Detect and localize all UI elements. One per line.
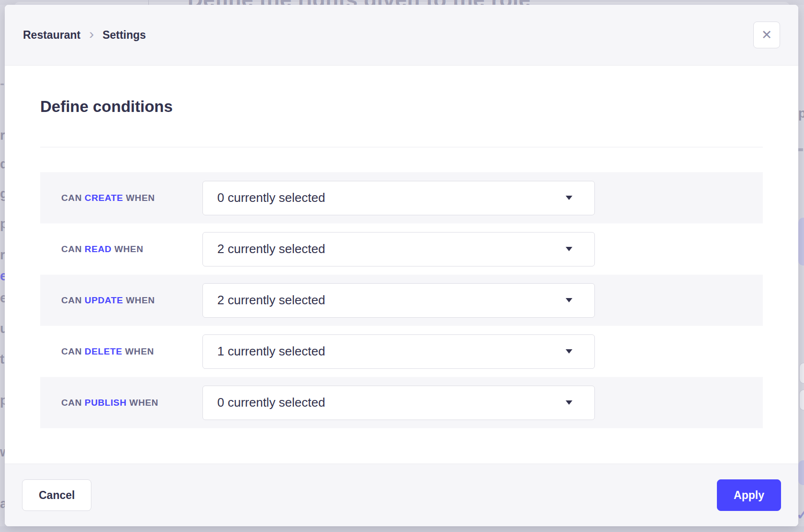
chevron-right-icon: ›	[89, 27, 94, 43]
background-text-fragment: er	[0, 291, 5, 306]
caret-down-icon	[566, 298, 572, 302]
background-list-icon	[798, 148, 803, 151]
apply-button[interactable]: Apply	[717, 479, 781, 511]
label-suffix: WHEN	[125, 346, 154, 356]
conditions-table: CAN CREATE WHEN 0 currently selected CAN…	[40, 172, 763, 428]
background-text-fragment: -	[0, 77, 4, 91]
background-text-fragment: p	[0, 217, 5, 232]
publish-conditions-select[interactable]: 0 currently selected	[202, 386, 595, 420]
breadcrumb-item-restaurant: Restaurant	[23, 29, 80, 42]
select-value: 0 currently selected	[217, 190, 325, 205]
background-text-fragment: d	[0, 157, 5, 172]
label-action: DELETE	[85, 346, 123, 356]
background-text-fragment: w	[0, 445, 5, 460]
label-action: READ	[85, 244, 112, 254]
background-text-fragment: g	[0, 187, 5, 201]
select-value: 2 currently selected	[217, 242, 325, 256]
background-text-fragment: p	[798, 106, 804, 121]
background-bottom-strip	[0, 526, 804, 532]
background-text-fragment: r	[0, 128, 5, 143]
caret-down-icon	[566, 247, 572, 251]
caret-down-icon	[566, 196, 572, 200]
label-prefix: CAN	[61, 398, 82, 408]
table-row-publish: CAN PUBLISH WHEN 0 currently selected	[40, 377, 763, 428]
label-suffix: WHEN	[114, 244, 143, 254]
settings-modal: Restaurant › Settings ✕ Define condition…	[5, 5, 798, 526]
table-row-read: CAN READ WHEN 2 currently selected	[40, 223, 763, 275]
modal-footer: Cancel Apply	[5, 464, 798, 526]
label-prefix: CAN	[61, 295, 82, 305]
permission-label-publish: CAN PUBLISH WHEN	[40, 398, 202, 408]
background-text-fragment: ai	[0, 497, 5, 511]
background-check-icon: ✓	[798, 506, 804, 523]
background-pill	[799, 389, 804, 410]
breadcrumb: Restaurant › Settings	[23, 27, 146, 43]
select-value: 1 currently selected	[217, 344, 325, 359]
select-value: 2 currently selected	[217, 293, 325, 308]
divider	[40, 147, 763, 147]
table-row-update: CAN UPDATE WHEN 2 currently selected	[40, 275, 763, 326]
background-top-strip: Define the rights given to the role	[0, 0, 804, 5]
label-suffix: WHEN	[126, 193, 155, 203]
background-pill	[799, 363, 804, 384]
label-prefix: CAN	[61, 244, 82, 254]
caret-down-icon	[566, 349, 572, 354]
background-right-strip: p ✓	[798, 5, 804, 526]
page-title: Define conditions	[40, 97, 763, 116]
table-row-create: CAN CREATE WHEN 0 currently selected	[40, 172, 763, 223]
background-text-fragment: p	[0, 393, 5, 408]
modal-header: Restaurant › Settings ✕	[5, 5, 798, 66]
background-text-fragment: ti	[0, 352, 5, 367]
background-text-fragment: r	[0, 248, 5, 263]
update-conditions-select[interactable]: 2 currently selected	[202, 283, 595, 318]
delete-conditions-select[interactable]: 1 currently selected	[202, 334, 595, 369]
cancel-button[interactable]: Cancel	[22, 479, 91, 511]
label-action: UPDATE	[85, 295, 123, 305]
background-left-strip: - r d g p r e er u ti p w ai	[0, 5, 5, 526]
label-action: PUBLISH	[85, 398, 127, 408]
label-suffix: WHEN	[126, 295, 155, 305]
permission-label-read: CAN READ WHEN	[40, 244, 202, 255]
close-icon: ✕	[761, 29, 772, 42]
label-prefix: CAN	[61, 193, 82, 203]
close-button[interactable]: ✕	[753, 22, 780, 48]
background-divider	[148, 0, 149, 5]
background-page-title: Define the rights given to the role	[188, 0, 531, 5]
background-badge	[798, 218, 804, 266]
breadcrumb-item-settings: Settings	[102, 29, 146, 42]
label-prefix: CAN	[61, 346, 82, 356]
background-link-fragment: e	[0, 269, 5, 284]
label-suffix: WHEN	[129, 398, 158, 408]
permission-label-create: CAN CREATE WHEN	[40, 193, 202, 203]
label-action: CREATE	[85, 193, 123, 203]
permission-label-delete: CAN DELETE WHEN	[40, 346, 202, 357]
table-row-delete: CAN DELETE WHEN 1 currently selected	[40, 326, 763, 377]
caret-down-icon	[566, 400, 572, 405]
permission-label-update: CAN UPDATE WHEN	[40, 295, 202, 306]
select-value: 0 currently selected	[217, 395, 325, 410]
create-conditions-select[interactable]: 0 currently selected	[202, 181, 595, 215]
modal-body: Define conditions CAN CREATE WHEN 0 curr…	[5, 66, 798, 464]
read-conditions-select[interactable]: 2 currently selected	[202, 232, 595, 266]
background-text-fragment: u	[0, 321, 5, 336]
background-badge	[798, 460, 804, 485]
